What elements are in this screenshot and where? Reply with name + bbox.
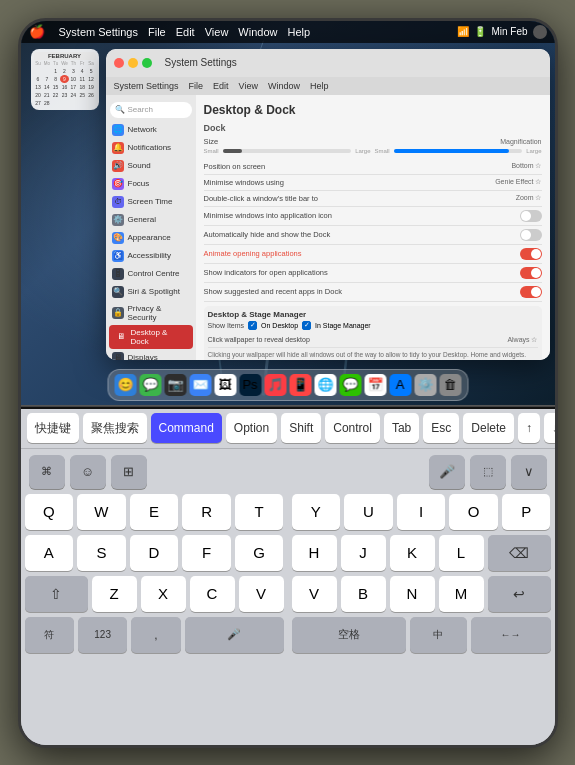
key-P[interactable]: P	[502, 494, 551, 530]
dock-icon-music[interactable]: 🎵	[264, 374, 286, 396]
sidebar-item-siri[interactable]: 🔍 Siri & Spotlight	[106, 283, 196, 301]
sidebar-item-control-center[interactable]: 🎛 Control Centre	[106, 265, 196, 283]
sidebar-item-network[interactable]: 🌐 Network	[106, 121, 196, 139]
mod-key-control[interactable]: Control	[325, 413, 380, 443]
key-D[interactable]: D	[130, 535, 179, 571]
key-V[interactable]: V	[239, 576, 284, 612]
dock-icon-finder[interactable]: 😊	[114, 374, 136, 396]
dock-icon-settings[interactable]: ⚙️	[414, 374, 436, 396]
sidebar-item-privacy[interactable]: 🔒 Privacy & Security	[106, 301, 196, 325]
key-J[interactable]: J	[341, 535, 386, 571]
minimize-value[interactable]: Genie Effect ☆	[495, 178, 541, 186]
key-T[interactable]: T	[235, 494, 284, 530]
in-stage-manager-checkbox[interactable]: ✓	[302, 321, 311, 330]
auto-hide-toggle[interactable]	[520, 229, 542, 241]
sidebar-item-desktop-dock[interactable]: 🖥 Desktop & Dock	[109, 325, 193, 349]
key-mic[interactable]: 🎤	[429, 455, 465, 489]
minimize-button[interactable]	[128, 58, 138, 68]
key-arrows[interactable]: ←→	[471, 617, 551, 653]
key-E[interactable]: E	[130, 494, 179, 530]
menu-item-view[interactable]: View	[239, 81, 258, 91]
menu-item-file[interactable]: File	[189, 81, 204, 91]
key-shift-left[interactable]: ⇧	[25, 576, 88, 612]
key-comma[interactable]: ,	[131, 617, 180, 653]
mod-key-tab[interactable]: Tab	[384, 413, 419, 443]
key-dictation[interactable]: ⬚	[470, 455, 506, 489]
dock-icon-app1[interactable]: 📱	[289, 374, 311, 396]
menu-item-ss[interactable]: System Settings	[114, 81, 179, 91]
menu-item-help[interactable]: Help	[310, 81, 329, 91]
click-wallpaper-value[interactable]: Always ☆	[507, 336, 537, 344]
key-M[interactable]: M	[439, 576, 484, 612]
key-W[interactable]: W	[77, 494, 126, 530]
apple-icon[interactable]: 🍎	[29, 24, 45, 39]
minimize-app-toggle[interactable]	[520, 210, 542, 222]
sidebar-item-notifications[interactable]: 🔔 Notifications	[106, 139, 196, 157]
mod-key-shift[interactable]: Shift	[281, 413, 321, 443]
key-Q[interactable]: Q	[25, 494, 74, 530]
menu-item-edit[interactable]: Edit	[213, 81, 229, 91]
menu-system-settings[interactable]: System Settings	[59, 26, 138, 38]
key-123[interactable]: 123	[78, 617, 127, 653]
animate-toggle[interactable]	[520, 248, 542, 260]
position-value[interactable]: Bottom ☆	[511, 162, 541, 170]
key-return[interactable]: ↩	[488, 576, 551, 612]
mod-key-option[interactable]: Option	[226, 413, 277, 443]
dock-icon-wechat[interactable]: 💬	[339, 374, 361, 396]
size-slider[interactable]	[223, 149, 352, 153]
key-emoji[interactable]: ☺	[70, 455, 106, 489]
key-Z[interactable]: Z	[92, 576, 137, 612]
menu-view[interactable]: View	[205, 26, 229, 38]
sidebar-item-sound[interactable]: 🔊 Sound	[106, 157, 196, 175]
menu-edit[interactable]: Edit	[176, 26, 195, 38]
menu-file[interactable]: File	[148, 26, 166, 38]
key-zh[interactable]: 中	[410, 617, 467, 653]
mod-key-shortcuts[interactable]: 快捷键	[27, 413, 79, 443]
key-Y[interactable]: Y	[292, 494, 341, 530]
recent-apps-toggle[interactable]	[520, 286, 542, 298]
key-backspace[interactable]: ⌫	[488, 535, 551, 571]
menu-window[interactable]: Window	[238, 26, 277, 38]
dock-icon-ps[interactable]: Ps	[239, 374, 261, 396]
on-desktop-checkbox[interactable]: ✓	[248, 321, 257, 330]
key-O[interactable]: O	[449, 494, 498, 530]
menu-item-window[interactable]: Window	[268, 81, 300, 91]
sidebar-item-general[interactable]: ⚙️ General	[106, 211, 196, 229]
dock-icon-facetime[interactable]: 📷	[164, 374, 186, 396]
key-A[interactable]: A	[25, 535, 74, 571]
close-button[interactable]	[114, 58, 124, 68]
mod-key-esc[interactable]: Esc	[423, 413, 459, 443]
key-space-left[interactable]: 🎤	[185, 617, 284, 653]
sidebar-item-displays[interactable]: 🖥 Displays	[106, 349, 196, 360]
mod-key-delete[interactable]: Delete	[463, 413, 514, 443]
dock-icon-trash[interactable]: 🗑	[439, 374, 461, 396]
key-K[interactable]: K	[390, 535, 435, 571]
key-N[interactable]: N	[390, 576, 435, 612]
sidebar-item-accessibility[interactable]: ♿ Accessibility	[106, 247, 196, 265]
mod-key-down[interactable]: ↓	[544, 413, 555, 443]
dock-icon-appstore[interactable]: A	[389, 374, 411, 396]
mod-key-up[interactable]: ↑	[518, 413, 540, 443]
key-B[interactable]: B	[341, 576, 386, 612]
maximize-button[interactable]	[142, 58, 152, 68]
dock-icon-chrome[interactable]: 🌐	[314, 374, 336, 396]
key-L[interactable]: L	[439, 535, 484, 571]
sidebar-item-screen-time[interactable]: ⏱ Screen Time	[106, 193, 196, 211]
key-X[interactable]: X	[141, 576, 186, 612]
key-command-special[interactable]: ⌘	[29, 455, 65, 489]
mod-key-spotlight[interactable]: 聚焦搜索	[83, 413, 147, 443]
search-bar[interactable]: 🔍 Search	[110, 102, 192, 118]
sidebar-item-focus[interactable]: 🎯 Focus	[106, 175, 196, 193]
indicators-toggle[interactable]	[520, 267, 542, 279]
key-fu[interactable]: 符	[25, 617, 74, 653]
sidebar-item-appearance[interactable]: 🎨 Appearance	[106, 229, 196, 247]
key-C[interactable]: C	[190, 576, 235, 612]
key-S[interactable]: S	[77, 535, 126, 571]
key-grid[interactable]: ⊞	[111, 455, 147, 489]
key-G[interactable]: G	[235, 535, 284, 571]
menu-help[interactable]: Help	[287, 26, 310, 38]
dock-icon-mail[interactable]: ✉️	[189, 374, 211, 396]
key-V2[interactable]: V	[292, 576, 337, 612]
key-U[interactable]: U	[344, 494, 393, 530]
key-I[interactable]: I	[397, 494, 446, 530]
